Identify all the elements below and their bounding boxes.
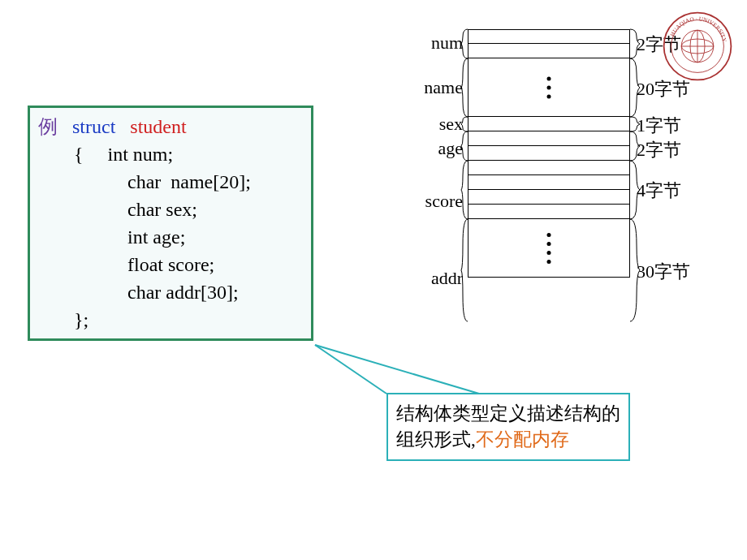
callout-connector xyxy=(309,321,633,402)
code-line-open: { int num; xyxy=(38,140,303,168)
code-example-box: 例 struct student { int num; char name[20… xyxy=(28,106,313,341)
brace-icon xyxy=(461,161,468,219)
mem-cell-addr xyxy=(468,219,630,278)
code-line-header: 例 struct student xyxy=(38,113,303,140)
struct-keyword: struct xyxy=(72,116,115,137)
svg-line-0 xyxy=(315,345,479,394)
mem-cell xyxy=(468,131,630,146)
svg-line-1 xyxy=(315,345,386,394)
mem-cell xyxy=(468,117,630,131)
code-line-close: }; xyxy=(38,306,303,334)
callout-highlight: 不分配内存 xyxy=(476,429,569,450)
example-label: 例 xyxy=(38,116,58,137)
code-line-sex: char sex; xyxy=(38,196,303,223)
size-label-addr: 30字节 xyxy=(637,260,690,284)
code-line-name: char name[20]; xyxy=(38,168,303,196)
university-seal-icon: HUAQIAO · UNIVERSITY xyxy=(661,10,734,83)
code-line-age: int age; xyxy=(38,223,303,251)
ellipsis-icon xyxy=(547,76,551,98)
brace-icon xyxy=(461,29,468,58)
brace-icon xyxy=(461,117,468,131)
memory-layout xyxy=(468,29,630,278)
field-label-age: age xyxy=(398,138,463,159)
size-label-age: 2字节 xyxy=(637,138,681,162)
mem-cell xyxy=(468,44,630,58)
code-line-addr: char addr[30]; xyxy=(38,278,303,306)
brace-icon xyxy=(461,219,468,321)
brace-icon xyxy=(461,58,468,117)
struct-name: student xyxy=(130,116,186,137)
code-line-score: float score; xyxy=(38,251,303,278)
mem-cell xyxy=(468,205,630,219)
mem-cell xyxy=(468,161,630,175)
callout-box: 结构体类型定义描述结构的组织形式,不分配内存 xyxy=(386,393,630,461)
field-label-addr: addr xyxy=(398,268,463,289)
field-label-sex: sex xyxy=(398,114,463,135)
mem-cell xyxy=(468,146,630,161)
mem-cell-name xyxy=(468,58,630,117)
mem-cell xyxy=(468,190,630,205)
size-label-sex: 1字节 xyxy=(637,114,681,138)
field-label-score: score xyxy=(398,191,463,212)
mem-cell xyxy=(468,175,630,190)
brace-icon xyxy=(461,131,468,161)
ellipsis-icon xyxy=(547,233,551,264)
size-label-score: 4字节 xyxy=(637,179,681,203)
mem-cell xyxy=(468,29,630,44)
field-label-num: num xyxy=(398,32,463,54)
field-label-name: name xyxy=(398,77,463,98)
